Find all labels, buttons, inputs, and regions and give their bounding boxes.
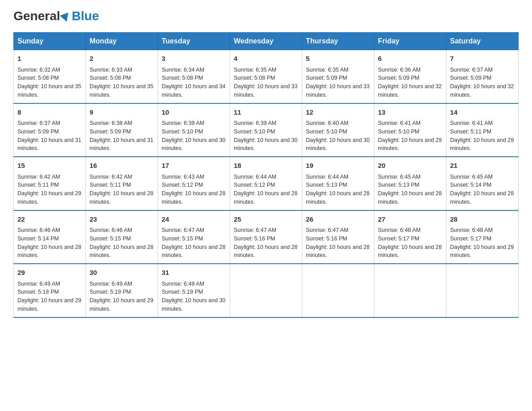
calendar-cell: 24 Sunrise: 6:47 AMSunset: 5:15 PMDaylig… <box>158 210 230 264</box>
day-number: 18 <box>234 161 298 171</box>
day-number: 10 <box>162 107 226 118</box>
day-number: 16 <box>90 161 154 171</box>
calendar-cell: 13 Sunrise: 6:41 AMSunset: 5:10 PMDaylig… <box>374 103 446 157</box>
logo-triangle-icon <box>60 13 71 23</box>
calendar-cell: 20 Sunrise: 6:45 AMSunset: 5:13 PMDaylig… <box>374 157 446 210</box>
calendar-cell: 5 Sunrise: 6:35 AMSunset: 5:09 PMDayligh… <box>302 50 374 103</box>
day-number: 8 <box>17 107 82 118</box>
calendar-cell: 17 Sunrise: 6:43 AMSunset: 5:12 PMDaylig… <box>158 157 230 210</box>
calendar-cell: 10 Sunrise: 6:39 AMSunset: 5:10 PMDaylig… <box>158 103 230 157</box>
day-info: Sunrise: 6:47 AMSunset: 5:16 PMDaylight:… <box>234 226 298 260</box>
day-info: Sunrise: 6:45 AMSunset: 5:13 PMDaylight:… <box>378 173 442 206</box>
day-number: 9 <box>90 107 154 118</box>
day-info: Sunrise: 6:46 AMSunset: 5:15 PMDaylight:… <box>90 226 154 260</box>
calendar-cell: 4 Sunrise: 6:35 AMSunset: 5:08 PMDayligh… <box>230 50 302 103</box>
calendar-cell: 27 Sunrise: 6:48 AMSunset: 5:17 PMDaylig… <box>374 210 446 264</box>
day-info: Sunrise: 6:33 AMSunset: 5:08 PMDaylight:… <box>90 66 154 99</box>
day-info: Sunrise: 6:42 AMSunset: 5:11 PMDaylight:… <box>17 173 82 206</box>
day-number: 20 <box>378 161 442 171</box>
calendar-cell: 21 Sunrise: 6:45 AMSunset: 5:14 PMDaylig… <box>446 157 519 210</box>
day-info: Sunrise: 6:41 AMSunset: 5:10 PMDaylight:… <box>378 119 442 153</box>
calendar-table: SundayMondayTuesdayWednesdayThursdayFrid… <box>13 32 519 318</box>
day-number: 26 <box>306 214 370 225</box>
calendar-cell: 19 Sunrise: 6:44 AMSunset: 5:13 PMDaylig… <box>302 157 374 210</box>
header-monday: Monday <box>86 33 158 50</box>
calendar-week-row: 1 Sunrise: 6:32 AMSunset: 5:08 PMDayligh… <box>14 50 519 103</box>
day-info: Sunrise: 6:34 AMSunset: 5:08 PMDaylight:… <box>162 66 226 99</box>
day-info: Sunrise: 6:49 AMSunset: 5:19 PMDaylight:… <box>90 280 154 313</box>
day-number: 23 <box>90 214 154 225</box>
day-number: 29 <box>17 268 82 278</box>
day-info: Sunrise: 6:41 AMSunset: 5:11 PMDaylight:… <box>450 119 515 153</box>
logo-blue-text: Blue <box>72 9 99 23</box>
calendar-week-row: 29 Sunrise: 6:49 AMSunset: 5:18 PMDaylig… <box>14 264 519 317</box>
day-number: 21 <box>450 161 515 171</box>
day-info: Sunrise: 6:45 AMSunset: 5:14 PMDaylight:… <box>450 173 515 206</box>
day-info: Sunrise: 6:43 AMSunset: 5:12 PMDaylight:… <box>162 173 226 206</box>
calendar-cell: 30 Sunrise: 6:49 AMSunset: 5:19 PMDaylig… <box>86 264 158 317</box>
header-wednesday: Wednesday <box>230 33 302 50</box>
calendar-cell <box>446 264 519 317</box>
calendar-cell: 18 Sunrise: 6:44 AMSunset: 5:12 PMDaylig… <box>230 157 302 210</box>
header-saturday: Saturday <box>446 33 519 50</box>
calendar-cell: 12 Sunrise: 6:40 AMSunset: 5:10 PMDaylig… <box>302 103 374 157</box>
day-number: 3 <box>162 54 226 64</box>
day-info: Sunrise: 6:49 AMSunset: 5:19 PMDaylight:… <box>162 280 226 313</box>
day-number: 25 <box>234 214 298 225</box>
calendar-cell: 16 Sunrise: 6:42 AMSunset: 5:11 PMDaylig… <box>86 157 158 210</box>
calendar-cell: 29 Sunrise: 6:49 AMSunset: 5:18 PMDaylig… <box>14 264 86 317</box>
day-number: 6 <box>378 54 442 64</box>
day-info: Sunrise: 6:49 AMSunset: 5:18 PMDaylight:… <box>17 280 82 313</box>
day-info: Sunrise: 6:48 AMSunset: 5:17 PMDaylight:… <box>450 226 515 260</box>
day-info: Sunrise: 6:44 AMSunset: 5:12 PMDaylight:… <box>234 173 298 206</box>
day-info: Sunrise: 6:47 AMSunset: 5:16 PMDaylight:… <box>306 226 370 260</box>
calendar-cell: 8 Sunrise: 6:37 AMSunset: 5:09 PMDayligh… <box>14 103 86 157</box>
calendar-cell <box>302 264 374 317</box>
day-number: 30 <box>90 268 154 278</box>
day-number: 19 <box>306 161 370 171</box>
calendar-cell: 15 Sunrise: 6:42 AMSunset: 5:11 PMDaylig… <box>14 157 86 210</box>
day-info: Sunrise: 6:35 AMSunset: 5:08 PMDaylight:… <box>234 66 298 99</box>
logo-general-text: General <box>13 9 60 23</box>
day-number: 7 <box>450 54 515 64</box>
day-info: Sunrise: 6:35 AMSunset: 5:09 PMDaylight:… <box>306 66 370 99</box>
day-info: Sunrise: 6:47 AMSunset: 5:15 PMDaylight:… <box>162 226 226 260</box>
day-number: 12 <box>306 107 370 118</box>
calendar-week-row: 22 Sunrise: 6:46 AMSunset: 5:14 PMDaylig… <box>14 210 519 264</box>
calendar-cell: 2 Sunrise: 6:33 AMSunset: 5:08 PMDayligh… <box>86 50 158 103</box>
day-info: Sunrise: 6:40 AMSunset: 5:10 PMDaylight:… <box>306 119 370 153</box>
calendar-cell: 26 Sunrise: 6:47 AMSunset: 5:16 PMDaylig… <box>302 210 374 264</box>
calendar-header-row: SundayMondayTuesdayWednesdayThursdayFrid… <box>14 33 519 50</box>
calendar-cell: 3 Sunrise: 6:34 AMSunset: 5:08 PMDayligh… <box>158 50 230 103</box>
day-info: Sunrise: 6:39 AMSunset: 5:10 PMDaylight:… <box>234 119 298 153</box>
calendar-cell <box>374 264 446 317</box>
calendar-cell: 1 Sunrise: 6:32 AMSunset: 5:08 PMDayligh… <box>14 50 86 103</box>
logo-blue-container: Blue <box>60 9 99 23</box>
day-info: Sunrise: 6:44 AMSunset: 5:13 PMDaylight:… <box>306 173 370 206</box>
day-info: Sunrise: 6:48 AMSunset: 5:17 PMDaylight:… <box>378 226 442 260</box>
day-info: Sunrise: 6:39 AMSunset: 5:10 PMDaylight:… <box>162 119 226 153</box>
calendar-cell: 28 Sunrise: 6:48 AMSunset: 5:17 PMDaylig… <box>446 210 519 264</box>
calendar-cell <box>230 264 302 317</box>
day-number: 31 <box>162 268 226 278</box>
day-info: Sunrise: 6:46 AMSunset: 5:14 PMDaylight:… <box>17 226 82 260</box>
day-number: 5 <box>306 54 370 64</box>
day-number: 4 <box>234 54 298 64</box>
calendar-cell: 23 Sunrise: 6:46 AMSunset: 5:15 PMDaylig… <box>86 210 158 264</box>
day-number: 11 <box>234 107 298 118</box>
day-info: Sunrise: 6:38 AMSunset: 5:09 PMDaylight:… <box>90 119 154 153</box>
day-number: 14 <box>450 107 515 118</box>
day-number: 2 <box>90 54 154 64</box>
header-sunday: Sunday <box>14 33 86 50</box>
header-tuesday: Tuesday <box>158 33 230 50</box>
calendar-cell: 7 Sunrise: 6:37 AMSunset: 5:09 PMDayligh… <box>446 50 519 103</box>
calendar-cell: 6 Sunrise: 6:36 AMSunset: 5:09 PMDayligh… <box>374 50 446 103</box>
calendar-cell: 11 Sunrise: 6:39 AMSunset: 5:10 PMDaylig… <box>230 103 302 157</box>
day-number: 24 <box>162 214 226 225</box>
logo: General Blue <box>13 9 99 23</box>
calendar-cell: 9 Sunrise: 6:38 AMSunset: 5:09 PMDayligh… <box>86 103 158 157</box>
calendar-cell: 14 Sunrise: 6:41 AMSunset: 5:11 PMDaylig… <box>446 103 519 157</box>
day-number: 15 <box>17 161 82 171</box>
calendar-week-row: 15 Sunrise: 6:42 AMSunset: 5:11 PMDaylig… <box>14 157 519 210</box>
day-info: Sunrise: 6:37 AMSunset: 5:09 PMDaylight:… <box>17 119 82 153</box>
